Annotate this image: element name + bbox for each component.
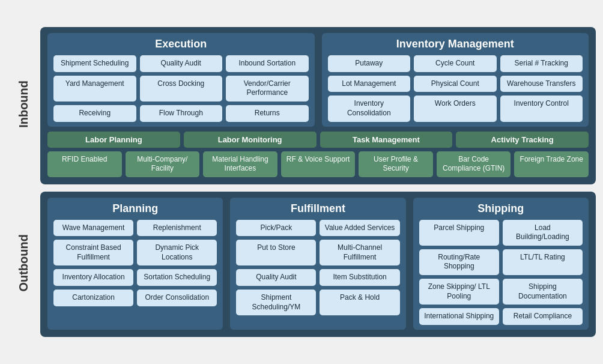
bar-labor-planning: Labor Planning bbox=[47, 132, 180, 148]
green-user-profile: User Profile & Security bbox=[359, 151, 433, 177]
card-lot-management: Lot Management bbox=[328, 76, 411, 93]
card-ltl-rating: LTL/TL Rating bbox=[503, 249, 583, 275]
card-cycle-count: Cycle Count bbox=[414, 55, 497, 72]
fulfillment-cards: Pick/Pack Value Added Services Put to St… bbox=[236, 220, 399, 316]
card-putaway: Putaway bbox=[328, 55, 411, 72]
card-pack-hold: Pack & Hold bbox=[320, 290, 399, 315]
card-inv-allocation: Inventory Allocation bbox=[53, 269, 133, 286]
card-inv-consolidation: Inventory Consolidation bbox=[328, 96, 411, 121]
card-intl-shipping: International Shipping bbox=[419, 308, 499, 325]
card-multi-channel: Multi-Channel Fulfillment bbox=[320, 240, 399, 265]
card-physical-count: Physical Count bbox=[414, 76, 497, 93]
inventory-module: Inventory Management Putaway Cycle Count… bbox=[322, 33, 589, 126]
card-sortation-scheduling: Sortation Scheduling bbox=[137, 269, 217, 286]
card-quality-audit-out: Quality Audit bbox=[236, 269, 316, 286]
card-returns: Returns bbox=[226, 105, 309, 122]
outbound-grid: Planning Wave Management Replenishment C… bbox=[47, 198, 589, 330]
fulfillment-title: Fulfillment bbox=[236, 202, 399, 215]
inventory-cards: Putaway Cycle Count Serial # Tracking Lo… bbox=[328, 55, 583, 121]
green-rfid: RFID Enabled bbox=[47, 151, 122, 177]
shipping-title: Shipping bbox=[419, 202, 583, 215]
card-vendor-carrier: Vendor/Carrier Performance bbox=[226, 76, 309, 102]
planning-cards: Wave Management Replenishment Constraint… bbox=[53, 220, 217, 306]
planning-title: Planning bbox=[53, 202, 217, 215]
card-cartonization: Cartonization bbox=[53, 290, 133, 306]
bar-task-management: Task Management bbox=[320, 132, 453, 148]
card-quality-audit: Quality Audit bbox=[140, 55, 223, 72]
card-wave-management: Wave Management bbox=[53, 220, 133, 237]
card-warehouse-transfers: Warehouse Transfers bbox=[500, 76, 583, 93]
bar-sections-row: Labor Planning Labor Monitoring Task Man… bbox=[47, 132, 589, 148]
card-serial-tracking: Serial # Tracking bbox=[500, 55, 583, 72]
card-pick-pack: Pick/Pack bbox=[236, 220, 316, 237]
card-inv-control: Inventory Control bbox=[500, 96, 583, 121]
shipping-module: Shipping Parcel Shipping Load Building/L… bbox=[413, 198, 589, 330]
card-replenishment: Replenishment bbox=[137, 220, 217, 237]
bar-labor-monitoring: Labor Monitoring bbox=[184, 132, 317, 148]
card-constraint-based: Constraint Based Fulfillment bbox=[53, 240, 133, 265]
card-work-orders: Work Orders bbox=[414, 96, 497, 121]
execution-title: Execution bbox=[53, 38, 309, 50]
card-dynamic-pick: Dynamic Pick Locations bbox=[137, 240, 217, 265]
green-rf-voice: RF & Voice Support bbox=[281, 151, 356, 177]
card-zone-skipping: Zone Skipping/ LTL Pooling bbox=[419, 279, 499, 305]
card-flow-through: Flow Through bbox=[140, 105, 223, 122]
card-put-to-store: Put to Store bbox=[236, 240, 316, 265]
card-yard-management: Yard Management bbox=[53, 76, 136, 102]
card-retail-compliance: Retail Compliance bbox=[503, 308, 583, 325]
inventory-title: Inventory Management bbox=[328, 38, 583, 50]
green-material-handling: Material Handling Interfaces bbox=[203, 151, 277, 177]
green-barcode: Bar Code Compliance (GTIN) bbox=[437, 151, 511, 177]
inbound-section: Execution Shipment Scheduling Quality Au… bbox=[40, 27, 596, 184]
main-container: Inbound Execution Shipment Scheduling Qu… bbox=[7, 27, 596, 337]
fulfillment-module: Fulfillment Pick/Pack Value Added Servic… bbox=[230, 198, 405, 330]
shipping-cards: Parcel Shipping Load Building/Loading Ro… bbox=[419, 220, 583, 325]
bar-activity-tracking: Activity Tracking bbox=[456, 132, 589, 148]
card-inbound-sortation: Inbound Sortation bbox=[226, 55, 309, 72]
inbound-label: Inbound bbox=[17, 80, 31, 128]
outbound-section: Planning Wave Management Replenishment C… bbox=[40, 192, 596, 337]
green-cards-row: RFID Enabled Multi-Company/ Facility Mat… bbox=[47, 151, 589, 177]
card-parcel-shipping: Parcel Shipping bbox=[419, 220, 499, 246]
card-shipment-ym: Shipment Scheduling/YM bbox=[236, 290, 316, 315]
card-shipment-scheduling: Shipment Scheduling bbox=[53, 55, 136, 72]
execution-cards: Shipment Scheduling Quality Audit Inboun… bbox=[53, 55, 309, 121]
green-foreign-trade: Foreign Trade Zone bbox=[514, 151, 589, 177]
card-value-added: Value Added Services bbox=[320, 220, 399, 237]
card-cross-docking: Cross Docking bbox=[140, 76, 223, 102]
card-item-substitution: Item Substitution bbox=[320, 269, 399, 286]
card-shipping-doc: Shipping Documentation bbox=[503, 279, 583, 305]
execution-module: Execution Shipment Scheduling Quality Au… bbox=[47, 33, 315, 126]
card-receiving: Receiving bbox=[53, 105, 136, 122]
card-order-consolidation: Order Consolidation bbox=[137, 290, 217, 306]
card-routing-rate: Routing/Rate Shopping bbox=[419, 249, 499, 275]
green-multi-company: Multi-Company/ Facility bbox=[126, 151, 200, 177]
planning-module: Planning Wave Management Replenishment C… bbox=[47, 198, 223, 330]
card-load-building: Load Building/Loading bbox=[503, 220, 583, 246]
outbound-label: Outbound bbox=[17, 234, 31, 292]
